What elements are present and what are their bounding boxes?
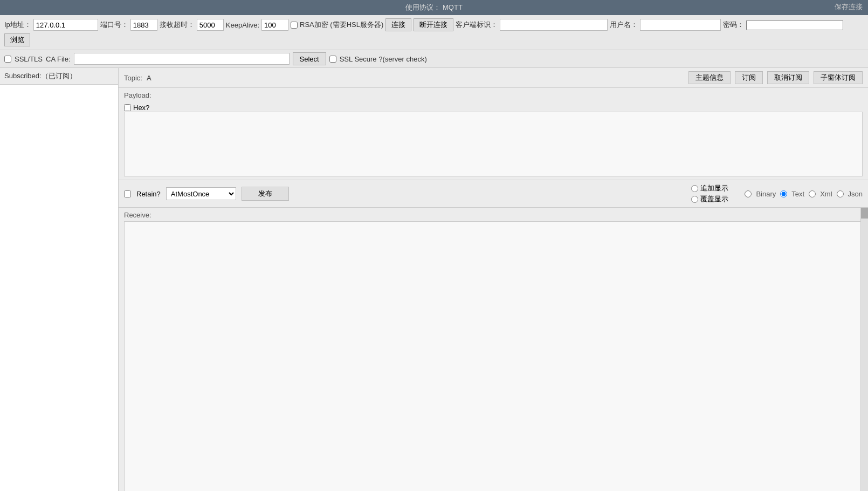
username-label: 用户名： — [610, 20, 638, 30]
ssl-secure-checkbox[interactable] — [329, 56, 336, 63]
sidebar-header: Subscribed:（已订阅） — [0, 68, 118, 85]
cover-display-radio[interactable] — [691, 196, 698, 203]
payload-label: Payload: — [124, 91, 151, 99]
xml-radio[interactable] — [809, 190, 816, 197]
connection-bar: Ip地址： 端口号： 接收超时： KeepAlive: RSA加密 (需要HSL… — [0, 15, 868, 50]
payload-textarea[interactable] — [124, 112, 863, 176]
hex-checkbox[interactable] — [124, 104, 131, 111]
keepalive-label: KeepAlive: — [226, 21, 259, 29]
save-connection-button[interactable]: 保存连接 — [835, 2, 863, 12]
append-display-label: 追加显示 — [700, 183, 728, 193]
port-input[interactable] — [130, 19, 157, 31]
timeout-label: 接收超时： — [160, 20, 195, 30]
unsubscribe-button[interactable]: 取消订阅 — [767, 71, 809, 84]
receive-content[interactable] — [124, 221, 863, 491]
main-area: Subscribed:（已订阅） Topic: 主题信息 订阅 取消订阅 子窗体… — [0, 68, 868, 491]
scrollbar-thumb[interactable] — [861, 208, 868, 219]
select-button[interactable]: Select — [293, 52, 326, 65]
ssl-secure-label: SSL Secure ?(server check) — [340, 55, 427, 63]
password-input[interactable] — [746, 20, 843, 30]
password-label: 密码： — [723, 20, 744, 30]
ca-file-input[interactable] — [74, 53, 290, 65]
ssl-tls-label: SSL/TLS — [15, 55, 43, 63]
binary-label: Binary — [756, 190, 776, 198]
json-label: Json — [848, 190, 863, 198]
ip-label: Ip地址： — [4, 20, 31, 30]
ca-file-label: CA File: — [46, 55, 71, 63]
content-area: Topic: 主题信息 订阅 取消订阅 子窗体订阅 Payload: Hex? … — [119, 68, 868, 491]
protocol-value: MQTT — [443, 3, 463, 11]
topic-label: Topic: — [124, 74, 142, 82]
ssl-tls-checkbox[interactable] — [4, 56, 11, 63]
clientid-input[interactable] — [500, 19, 608, 31]
hex-row: Hex? — [124, 104, 863, 112]
binary-radio[interactable] — [745, 190, 752, 197]
topic-row: Topic: 主题信息 订阅 取消订阅 子窗体订阅 — [119, 68, 868, 88]
xml-label: Xml — [820, 190, 832, 198]
publish-row: Retain? AtMostOnce AtLeastOnce ExactlyOn… — [119, 180, 868, 208]
receive-area: Receive: — [119, 208, 868, 491]
titlebar: 使用协议： MQTT 保存连接 — [0, 0, 868, 15]
topic-input[interactable] — [147, 74, 684, 82]
append-display-radio[interactable] — [691, 185, 698, 192]
connect-button[interactable]: 连接 — [385, 18, 411, 31]
clientid-label: 客户端标识： — [456, 20, 498, 30]
cover-display-row: 覆盖显示 — [691, 194, 728, 204]
qos-select[interactable]: AtMostOnce AtLeastOnce ExactlyOnce — [166, 187, 236, 200]
scrollbar-track[interactable] — [860, 208, 868, 491]
cover-display-label: 覆盖显示 — [700, 194, 728, 204]
text-radio[interactable] — [780, 190, 787, 197]
subscribed-list — [0, 85, 118, 491]
payload-area: Payload: Hex? — [119, 88, 868, 180]
ssl-bar: SSL/TLS CA File: Select SSL Secure ?(ser… — [0, 50, 868, 68]
retain-checkbox[interactable] — [124, 190, 131, 197]
display-options: 追加显示 覆盖显示 — [691, 183, 728, 204]
format-options: Binary Text Xml Json — [745, 190, 863, 198]
username-input[interactable] — [640, 19, 721, 31]
group-subscribe-button[interactable]: 子窗体订阅 — [814, 71, 863, 84]
receive-label: Receive: — [124, 211, 863, 219]
sidebar: Subscribed:（已订阅） — [0, 68, 119, 491]
append-display-row: 追加显示 — [691, 183, 728, 193]
payload-label-row: Payload: — [124, 91, 863, 99]
json-radio[interactable] — [837, 190, 844, 197]
timeout-input[interactable] — [197, 19, 224, 31]
publish-button[interactable]: 发布 — [242, 187, 289, 201]
subject-info-button[interactable]: 主题信息 — [688, 71, 731, 84]
disconnect-button[interactable]: 断开连接 — [414, 18, 453, 31]
retain-label: Retain? — [136, 190, 161, 198]
protocol-label: 使用协议： — [405, 3, 440, 11]
subscribe-button[interactable]: 订阅 — [735, 71, 763, 84]
browse-button[interactable]: 浏览 — [4, 33, 30, 46]
rsa-label: RSA加密 (需要HSL服务器) — [300, 20, 383, 30]
port-label: 端口号： — [100, 20, 128, 30]
hex-label: Hex? — [133, 104, 149, 112]
text-label: Text — [791, 190, 804, 198]
rsa-checkbox[interactable] — [291, 22, 298, 29]
ip-input[interactable] — [33, 19, 98, 31]
keepalive-input[interactable] — [261, 19, 288, 31]
